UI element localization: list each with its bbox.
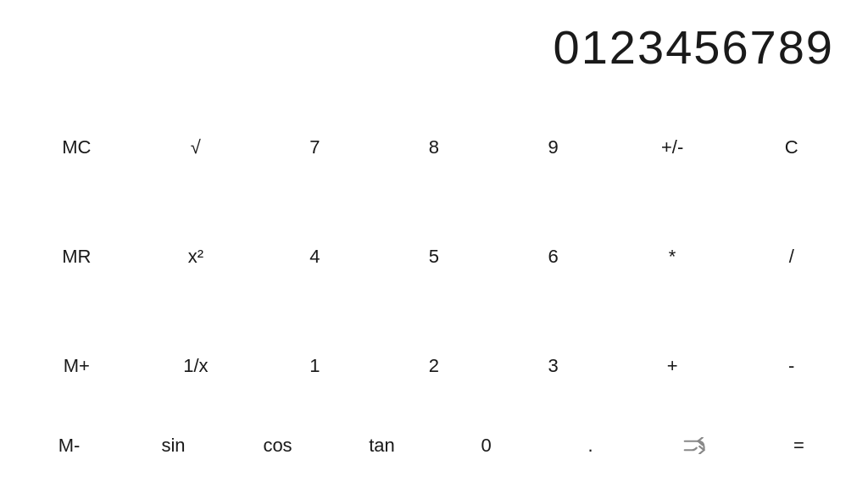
mminus-button[interactable]: M- [17, 420, 121, 471]
mc-button[interactable]: MC [17, 93, 136, 202]
four-button[interactable]: 4 [255, 202, 375, 312]
display-area: 0123456789 [0, 0, 868, 85]
sin-button[interactable]: sin [121, 420, 225, 471]
two-button[interactable]: 2 [375, 311, 494, 420]
one-button[interactable]: 1 [255, 311, 375, 420]
calculator: 0123456789 MC√789+/-CMRx²456*/M+1/x123+-… [0, 0, 868, 488]
multiply-button[interactable]: * [613, 202, 732, 312]
shuffle-icon [683, 437, 707, 454]
divide-button[interactable]: / [732, 202, 851, 312]
decimal-button[interactable]: . [538, 420, 643, 471]
sqrt-button[interactable]: √ [136, 93, 256, 202]
clear-button[interactable]: C [732, 93, 851, 202]
equals-button[interactable]: = [747, 420, 851, 471]
cos-button[interactable]: cos [225, 420, 330, 471]
seven-button[interactable]: 7 [255, 93, 375, 202]
zero-button[interactable]: 0 [434, 420, 538, 471]
reciprocal-button[interactable]: 1/x [136, 311, 256, 420]
subtract-button[interactable]: - [732, 311, 851, 420]
nine-button[interactable]: 9 [493, 93, 613, 202]
mplus-button[interactable]: M+ [17, 311, 136, 420]
five-button[interactable]: 5 [375, 202, 494, 312]
display-value: 0123456789 [554, 19, 834, 75]
eight-button[interactable]: 8 [375, 93, 494, 202]
buttons-grid: MC√789+/-CMRx²456*/M+1/x123+-M-sincostan… [0, 85, 868, 488]
square-button[interactable]: x² [136, 202, 256, 312]
tan-button[interactable]: tan [330, 420, 434, 471]
plusminus-button[interactable]: +/- [613, 93, 732, 202]
six-button[interactable]: 6 [493, 202, 613, 312]
add-button[interactable]: + [613, 311, 732, 420]
mr-button[interactable]: MR [17, 202, 136, 312]
three-button[interactable]: 3 [493, 311, 613, 420]
shuffle-button[interactable] [643, 420, 747, 471]
